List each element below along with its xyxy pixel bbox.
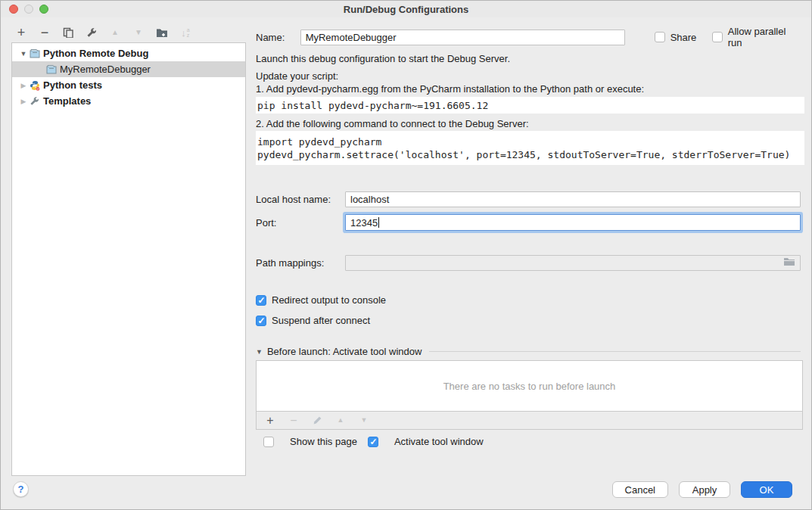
- sort-alphabetically-icon: ↓az: [179, 26, 192, 39]
- pip-install-code[interactable]: pip install pydevd-pycharm~=191.6605.12: [256, 97, 804, 114]
- redirect-output-checkbox[interactable]: [256, 295, 266, 306]
- collapse-triangle-icon[interactable]: ▼: [256, 348, 263, 356]
- close-button[interactable]: [9, 5, 18, 14]
- tree-item-label: Python tests: [43, 79, 102, 91]
- instruction-step2: 2. Add the following command to connect …: [256, 118, 801, 129]
- help-button[interactable]: ?: [13, 481, 29, 497]
- before-launch-header[interactable]: ▼ Before launch: Activate tool window: [256, 346, 801, 357]
- run-configuration-icon: [29, 48, 40, 59]
- edit-task-icon: [310, 414, 324, 428]
- run-debug-configurations-dialog: Run/Debug Configurations + − ▲ ▼ ↓az ▼ P…: [0, 0, 812, 510]
- move-down-icon: ▼: [132, 26, 145, 39]
- allow-parallel-run-label: Allow parallel run: [728, 26, 801, 48]
- local-host-name-label: Local host name:: [256, 194, 345, 205]
- before-launch-task-list[interactable]: There are no tasks to run before launch: [257, 361, 802, 411]
- path-mappings-label: Path mappings:: [256, 257, 345, 269]
- instruction-intro: Launch this debug configuration to start…: [256, 53, 801, 64]
- run-configuration-icon: [45, 64, 57, 75]
- share-label: Share: [670, 32, 697, 43]
- allow-parallel-run-checkbox[interactable]: [712, 32, 723, 42]
- move-task-down-icon: ▼: [357, 414, 371, 428]
- add-task-icon[interactable]: +: [263, 414, 277, 428]
- tree-item-label: MyRemoteDebugger: [60, 64, 151, 75]
- move-task-up-icon: ▲: [334, 414, 347, 428]
- tree-item-templates[interactable]: ▶ Templates: [12, 93, 245, 109]
- cancel-button[interactable]: Cancel: [612, 481, 668, 498]
- move-up-icon: ▲: [108, 26, 122, 39]
- before-launch-title: Before launch: Activate tool window: [267, 346, 422, 357]
- tree-item-label: Templates: [43, 95, 91, 107]
- suspend-after-connect-label: Suspend after connect: [272, 315, 370, 326]
- traffic-lights: [9, 5, 48, 14]
- redirect-output-label: Redirect output to console: [272, 294, 386, 306]
- local-host-name-input[interactable]: localhost: [345, 191, 801, 207]
- before-launch-toolbar: + − ▲ ▼: [257, 411, 802, 429]
- tree-item-myremotedebugger[interactable]: MyRemoteDebugger: [12, 61, 245, 77]
- tree-item-python-tests[interactable]: ▶ Python tests: [12, 77, 245, 93]
- configurations-tree: ▼ Python Remote Debug MyRemoteDebugger ▶…: [11, 42, 246, 476]
- separator-line: [429, 351, 801, 352]
- settrace-code-line2: pydevd_pycharm.settrace('localhost', por…: [257, 148, 804, 161]
- port-label: Port:: [256, 217, 345, 229]
- settrace-code-line1: import pydevd_pycharm: [257, 135, 804, 148]
- tree-item-python-remote-debug[interactable]: ▼ Python Remote Debug: [12, 45, 245, 61]
- name-input[interactable]: MyRemoteDebugger: [300, 30, 625, 45]
- text-caret: [378, 217, 379, 228]
- window-title: Run/Debug Configurations: [344, 4, 468, 15]
- share-checkbox[interactable]: [655, 32, 665, 42]
- add-icon[interactable]: +: [14, 26, 28, 39]
- port-input[interactable]: 12345: [345, 214, 801, 231]
- remove-task-icon: −: [287, 414, 300, 428]
- tree-item-label: Python Remote Debug: [43, 48, 148, 59]
- before-launch-panel: There are no tasks to run before launch …: [256, 360, 803, 430]
- remove-icon[interactable]: −: [38, 26, 51, 39]
- activate-tool-window-label: Activate tool window: [394, 436, 484, 447]
- minimize-button: [24, 5, 33, 14]
- configurations-toolbar: + − ▲ ▼ ↓az: [14, 24, 192, 41]
- show-this-page-label: Show this page: [290, 436, 357, 447]
- python-icon: [29, 80, 40, 91]
- titlebar: Run/Debug Configurations: [1, 1, 811, 17]
- suspend-after-connect-checkbox[interactable]: [256, 316, 266, 326]
- chevron-right-icon[interactable]: ▶: [18, 98, 29, 105]
- instruction-step1: 1. Add pydevd-pycharm.egg from the PyCha…: [256, 83, 801, 95]
- show-this-page-checkbox[interactable]: [263, 437, 274, 447]
- name-label: Name:: [256, 32, 291, 43]
- new-folder-icon[interactable]: [155, 26, 169, 39]
- dialog-footer: ? Cancel Apply OK: [1, 474, 811, 509]
- copy-icon[interactable]: [61, 26, 75, 39]
- apply-button[interactable]: Apply: [679, 481, 730, 498]
- chevron-down-icon[interactable]: ▼: [18, 50, 29, 58]
- settrace-code[interactable]: import pydevd_pycharm pydevd_pycharm.set…: [256, 131, 804, 165]
- instruction-update: Update your script:: [256, 70, 801, 82]
- ok-button[interactable]: OK: [741, 481, 792, 498]
- configuration-form: Name: MyRemoteDebugger Share Allow paral…: [247, 17, 812, 479]
- chevron-right-icon[interactable]: ▶: [18, 82, 29, 89]
- path-mappings-input[interactable]: [345, 255, 801, 271]
- question-mark-icon: ?: [18, 484, 24, 495]
- browse-folder-icon[interactable]: [783, 257, 795, 269]
- activate-tool-window-checkbox[interactable]: [368, 437, 378, 447]
- edit-defaults-icon[interactable]: [85, 26, 98, 39]
- wrench-icon: [29, 96, 40, 107]
- zoom-button[interactable]: [39, 5, 48, 14]
- empty-tasks-text: There are no tasks to run before launch: [443, 381, 616, 392]
